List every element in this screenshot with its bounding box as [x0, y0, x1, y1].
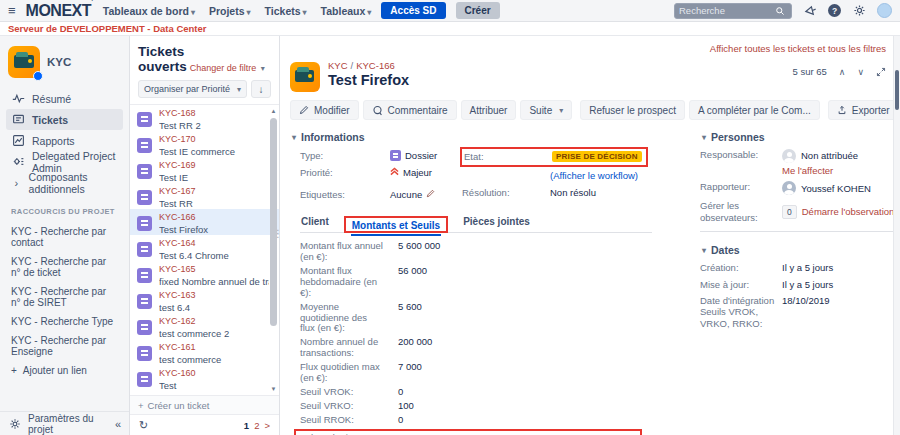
field-updated: Mise à jour: Il y a 5 jours [700, 279, 900, 290]
scroll-down-icon[interactable]: ▼ [269, 386, 278, 392]
export-button[interactable]: Exporter▾ [828, 100, 900, 120]
monext-logo[interactable]: MONEXT’ [26, 2, 93, 20]
refuse-prospect-button[interactable]: Refuser le prospect [580, 100, 685, 120]
add-link-button[interactable]: +Ajouter un lien [6, 361, 123, 380]
expand-icon[interactable] [876, 67, 886, 77]
previous-ticket-icon[interactable]: ∧ [839, 67, 846, 77]
ticket-list-item[interactable]: KYC-168Test RR 2 [130, 105, 279, 131]
tab-pieces-jointes[interactable]: Pièces jointes [462, 213, 531, 232]
sort-direction-button[interactable]: ↓ [251, 80, 271, 98]
field-labels: Etiquettes: Aucune [300, 188, 462, 201]
ticket-list-item[interactable]: KYC-170Test IE commerce [130, 131, 279, 157]
ticket-list-item[interactable]: KYC-159 [130, 391, 279, 395]
start-watching-link[interactable]: Démarre l'observation de ce ticket [802, 206, 900, 217]
ticket-key[interactable]: KYC-166 [159, 212, 269, 223]
ticket-list-item-selected[interactable]: KYC-166Test Firefox [130, 209, 279, 235]
complete-by-com-button[interactable]: A compléter par le Com... [689, 100, 820, 120]
ticket-list: KYC-168Test RR 2 KYC-170Test IE commerce… [130, 104, 279, 395]
ticket-list-item[interactable]: KYC-163test 6.4 [130, 287, 279, 313]
ticket-key[interactable]: KYC-165 [159, 264, 269, 275]
section-informations[interactable]: ▾ Informations [290, 128, 652, 149]
reporter-name[interactable]: Youssef KOHEN [801, 183, 871, 194]
ticket-list-item[interactable]: KYC-164Test 6.4 Chrome [130, 235, 279, 261]
assign-to-me-link[interactable]: Me l'affecter [782, 165, 833, 176]
ticket-list-item[interactable]: KYC-169Test IE [130, 157, 279, 183]
collapse-sidebar-icon[interactable]: « [115, 418, 121, 430]
scroll-up-icon[interactable]: ▲ [269, 108, 278, 114]
search-input[interactable] [679, 5, 775, 16]
shortcut-search-siret[interactable]: KYC - Recherche par n° de SIRET [6, 282, 123, 312]
ticket-summary: Test Firefox [159, 224, 269, 235]
more-actions-button[interactable]: Suite▾ [520, 100, 572, 120]
sidebar-item-addons[interactable]: › Composants additionnels [6, 172, 123, 193]
edit-button[interactable]: Modifier [290, 100, 359, 120]
create-button[interactable]: Créer [456, 2, 500, 19]
help-icon[interactable]: ? [828, 4, 841, 17]
ticket-key[interactable]: KYC-167 [159, 186, 269, 197]
ticket-key[interactable]: KYC-161 [159, 342, 269, 353]
sort-by-select[interactable]: Organiser par Priorité▾ [138, 80, 247, 98]
tab-client[interactable]: Client [300, 213, 330, 232]
page-1[interactable]: 1 [244, 420, 249, 431]
sidebar-item-issues[interactable]: Tickets [6, 109, 123, 130]
sidebar-item-delegated-admin[interactable]: Delegated Project Admin [6, 151, 123, 172]
show-workflow-link[interactable]: (Afficher le workflow) [550, 170, 638, 181]
create-ticket-button[interactable]: +Créer un ticket [130, 395, 279, 414]
sidebar-item-summary[interactable]: Résumé [6, 88, 123, 109]
tab-montants-et-seuils[interactable]: Montants et Seuils [351, 217, 441, 236]
ticket-key[interactable]: KYC-162 [159, 316, 269, 327]
ticket-key[interactable]: KYC-168 [159, 108, 269, 119]
list-scrollbar[interactable]: ▲ ▼ [269, 106, 278, 394]
section-people[interactable]: ▾ Personnes [700, 128, 900, 149]
ticket-list-item[interactable]: KYC-162test commerce 2 [130, 313, 279, 339]
ticket-list-item[interactable]: KYC-161test commerce [130, 339, 279, 365]
scrollbar-thumb[interactable] [270, 118, 277, 326]
nav-boards[interactable]: Tableaux▾ [321, 5, 372, 17]
gear-icon[interactable] [851, 3, 867, 19]
nav-issues[interactable]: Tickets▾ [265, 5, 307, 17]
nav-projects[interactable]: Projets▾ [209, 5, 251, 17]
ticket-key[interactable]: KYC-163 [159, 290, 269, 301]
user-avatar[interactable] [877, 3, 892, 18]
show-all-filters-link[interactable]: Afficher toutes les tickets et tous les … [710, 43, 886, 54]
breadcrumb-ticket-link[interactable]: KYC-166 [356, 60, 395, 71]
page-scrollbar[interactable] [893, 36, 900, 435]
status-badge[interactable]: PRISE DE DÉCISION [552, 151, 642, 162]
comment-button[interactable]: Commentaire [363, 100, 457, 120]
hamburger-menu-icon[interactable]: ≡ [8, 3, 16, 18]
nav-dashboards[interactable]: Tableaux de bord▾ [103, 5, 195, 17]
ticket-key[interactable]: KYC-160 [159, 368, 269, 379]
acces-sd-button[interactable]: Accès SD [381, 2, 445, 19]
ticket-key[interactable]: KYC-169 [159, 160, 269, 171]
ticket-key[interactable]: KYC-164 [159, 238, 269, 249]
assign-button[interactable]: Attribuer [461, 100, 517, 120]
page-next[interactable]: > [264, 420, 270, 431]
next-ticket-icon[interactable]: ∨ [857, 67, 864, 77]
ticket-list-item[interactable]: KYC-160Test [130, 365, 279, 391]
change-filter-link[interactable]: Changer de filtre ▾ [190, 63, 265, 73]
shortcut-search-enseigne[interactable]: KYC - Recherche par Enseigne [6, 331, 123, 361]
shortcut-search-ticket-number[interactable]: KYC - Recherche par n° de ticket [6, 252, 123, 282]
ticket-key[interactable]: KYC-159 [159, 394, 269, 396]
breadcrumb-project-link[interactable]: KYC [328, 60, 348, 71]
ticket-list-item[interactable]: KYC-167Test RR [130, 183, 279, 209]
ticket-main-column: ▾ Informations Type: Dossier Priorité: M… [290, 128, 652, 435]
shortcut-search-contact[interactable]: KYC - Recherche par contact [6, 222, 123, 252]
ticket-list-item[interactable]: KYC-165fixed Nombre annuel de transa... [130, 261, 279, 287]
shortcuts-title: RACCOURCIS DU PROJET [11, 207, 118, 216]
page-2[interactable]: 2 [254, 420, 259, 431]
announcement-icon[interactable] [802, 3, 818, 19]
refresh-icon[interactable]: ↻ [139, 419, 148, 432]
search-box[interactable] [674, 3, 792, 19]
project-settings-label[interactable]: Paramètres du projet [28, 413, 109, 435]
shortcut-search-type[interactable]: KYC - Recherche Type [6, 312, 123, 331]
section-divider [700, 231, 900, 232]
section-dates[interactable]: ▾ Dates [700, 241, 900, 262]
sidebar-item-reports[interactable]: Rapports [6, 130, 123, 151]
ticket-key[interactable]: KYC-170 [159, 134, 269, 145]
project-header[interactable]: KYC [6, 44, 123, 88]
scrollbar-thumb[interactable] [895, 70, 899, 110]
column-resize-handle[interactable]: ⋮ [273, 228, 283, 239]
ticket-type-icon [137, 242, 152, 257]
edit-labels-pencil-icon[interactable] [426, 189, 435, 200]
